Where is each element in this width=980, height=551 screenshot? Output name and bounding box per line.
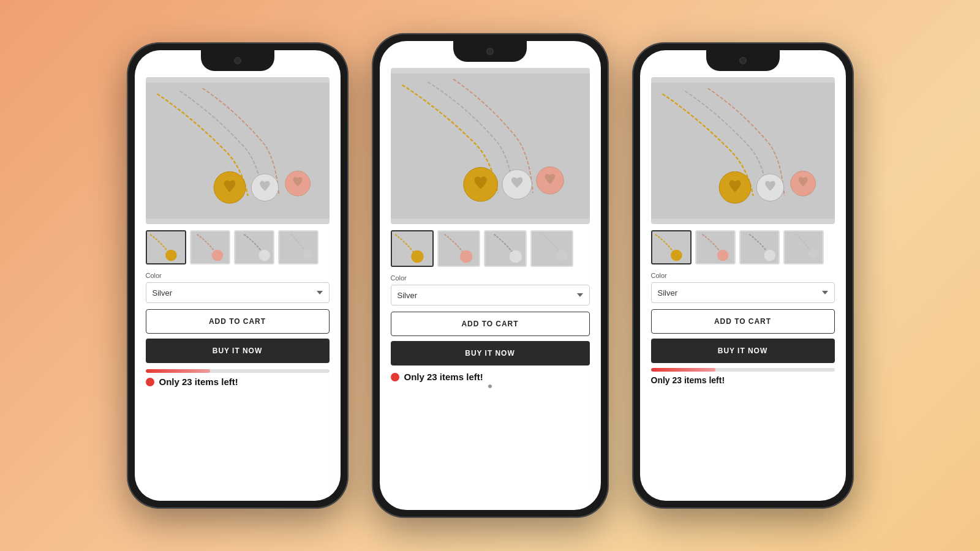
product-image-right: [651, 77, 835, 224]
phone-notch-right: [706, 50, 780, 71]
svg-rect-6: [191, 231, 228, 263]
buy-it-now-button-left[interactable]: BUY IT NOW: [146, 339, 330, 363]
thumbnail-2-center[interactable]: [437, 230, 480, 267]
phone-left: Color Silver Gold Rose Gold ADD TO CART …: [127, 43, 348, 508]
stock-bar-container-left: [146, 369, 330, 373]
color-label-center: Color: [391, 274, 590, 282]
stock-text-row-left: Only 23 items left!: [146, 377, 330, 387]
svg-point-11: [303, 249, 313, 260]
stock-text-left: Only 23 items left!: [159, 377, 238, 387]
thumbnail-1-left[interactable]: [146, 230, 186, 264]
color-select-left[interactable]: Silver Gold Rose Gold: [146, 282, 330, 303]
phone-frame-right: Color Silver Gold Rose Gold ADD TO CART …: [633, 43, 853, 508]
svg-rect-30: [696, 231, 734, 263]
svg-rect-10: [279, 231, 317, 263]
product-image-center: [391, 68, 590, 224]
stock-text-row-right: Only 23 items left!: [651, 375, 835, 385]
svg-rect-34: [785, 231, 822, 263]
color-select-right[interactable]: Silver Gold Rose Gold: [651, 282, 835, 303]
buy-it-now-button-right[interactable]: BUY IT NOW: [651, 339, 835, 363]
svg-point-5: [165, 250, 177, 261]
svg-point-17: [411, 250, 424, 263]
thumbnail-3-left[interactable]: [234, 230, 274, 264]
stock-bar-fill-left: [146, 369, 210, 373]
color-section-center: Color Silver Gold Rose Gold: [391, 274, 590, 305]
thumbnails-left: [146, 230, 330, 264]
phone-screen-center: Color Silver Gold Rose Gold ADD TO CART …: [380, 41, 601, 510]
thumbnail-1-right[interactable]: [651, 230, 692, 264]
stock-dot-center: [391, 373, 399, 381]
phone-right: Color Silver Gold Rose Gold ADD TO CART …: [633, 43, 853, 508]
buy-it-now-button-center[interactable]: BUY IT NOW: [391, 341, 590, 365]
stock-text-right: Only 23 items left!: [651, 375, 725, 385]
phone-frame-left: Color Silver Gold Rose Gold ADD TO CART …: [127, 43, 348, 508]
stock-bar-left: [146, 369, 330, 373]
stock-text-row-center: Only 23 items left!: [391, 372, 590, 382]
color-label-left: Color: [146, 272, 330, 279]
stock-bar-right: [651, 368, 835, 372]
svg-point-23: [556, 250, 568, 261]
svg-point-33: [764, 250, 775, 261]
svg-rect-28: [652, 231, 690, 263]
svg-point-31: [717, 250, 728, 261]
phone-camera-left: [234, 57, 241, 64]
thumbnails-right: [651, 230, 835, 264]
svg-rect-4: [147, 231, 184, 263]
add-to-cart-button-left[interactable]: ADD TO CART: [146, 309, 330, 334]
phone-camera-right: [739, 57, 747, 64]
svg-point-35: [808, 249, 818, 260]
phone-center: Color Silver Gold Rose Gold ADD TO CART …: [372, 34, 608, 517]
svg-point-7: [211, 250, 223, 261]
thumbnail-2-left[interactable]: [190, 230, 230, 264]
svg-point-21: [509, 250, 522, 263]
thumbnail-3-right[interactable]: [739, 230, 780, 264]
phone-notch-center: [453, 41, 527, 62]
stock-dot-left: [146, 378, 154, 386]
color-select-center[interactable]: Silver Gold Rose Gold: [391, 285, 590, 305]
svg-point-19: [459, 250, 472, 263]
phone-notch-left: [201, 50, 274, 71]
thumbnail-1-center[interactable]: [391, 230, 434, 267]
thumbnail-4-left[interactable]: [278, 230, 318, 264]
phone-content-center: Color Silver Gold Rose Gold ADD TO CART …: [380, 62, 601, 510]
svg-rect-18: [439, 231, 478, 266]
stock-bar-container-right: [651, 368, 835, 372]
add-to-cart-button-right[interactable]: ADD TO CART: [651, 309, 835, 334]
phone-content-right: Color Silver Gold Rose Gold ADD TO CART …: [640, 71, 846, 501]
phone-screen-right: Color Silver Gold Rose Gold ADD TO CART …: [640, 50, 846, 501]
svg-rect-22: [532, 231, 571, 266]
thumbnail-2-right[interactable]: [695, 230, 736, 264]
svg-point-29: [671, 250, 682, 261]
color-section-right: Color Silver Gold Rose Gold: [651, 272, 835, 303]
phone-content-left: Color Silver Gold Rose Gold ADD TO CART …: [135, 71, 341, 501]
thumbnails-center: [391, 230, 590, 267]
svg-point-9: [258, 250, 270, 261]
stock-text-center: Only 23 items left!: [404, 372, 483, 382]
page-dot-center: [488, 384, 492, 388]
stock-bar-fill-right: [651, 368, 715, 372]
phone-screen-left: Color Silver Gold Rose Gold ADD TO CART …: [135, 50, 341, 501]
phone-camera-center: [486, 48, 494, 55]
thumbnail-4-right[interactable]: [783, 230, 824, 264]
color-section-left: Color Silver Gold Rose Gold: [146, 272, 330, 303]
product-image-left: [146, 77, 330, 224]
phone-frame-center: Color Silver Gold Rose Gold ADD TO CART …: [372, 34, 608, 517]
color-label-right: Color: [651, 272, 835, 279]
thumbnail-4-center[interactable]: [530, 230, 573, 267]
thumbnail-3-center[interactable]: [484, 230, 527, 267]
add-to-cart-button-center[interactable]: ADD TO CART: [391, 312, 590, 336]
